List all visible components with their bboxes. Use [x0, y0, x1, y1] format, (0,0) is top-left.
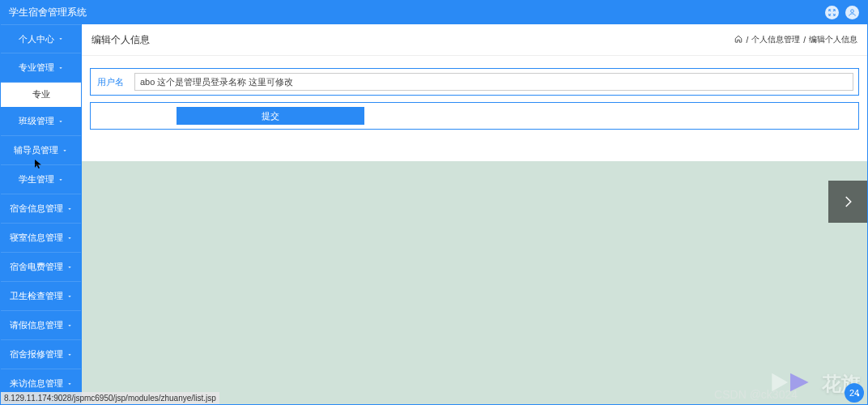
breadcrumb-sep: / — [746, 36, 748, 45]
page-title: 编辑个人信息 — [91, 33, 150, 47]
breadcrumb-section[interactable]: 个人信息管理 — [751, 34, 800, 45]
breadcrumb-current: 编辑个人信息 — [809, 34, 857, 45]
chevron-down-icon — [66, 352, 73, 358]
user-icon[interactable] — [845, 6, 859, 19]
header-actions — [825, 6, 859, 19]
sidebar-item-label: 辅导员管理 — [14, 144, 58, 156]
chevron-down-icon — [57, 36, 64, 42]
sidebar-item-label: 宿舍信息管理 — [10, 202, 63, 215]
sidebar-item-repair[interactable]: 宿舍报修管理 — [1, 340, 81, 369]
app-title: 学生宿舍管理系统 — [9, 6, 87, 19]
sidebar-item-counselor[interactable]: 辅导员管理 — [1, 136, 81, 165]
chevron-down-icon — [57, 118, 64, 125]
sidebar-item-hygiene[interactable]: 卫生检查管理 — [1, 282, 81, 311]
breadcrumb: / 个人信息管理 / 编辑个人信息 — [734, 34, 857, 45]
breadcrumb-sep: / — [803, 36, 806, 45]
chevron-down-icon — [66, 381, 73, 387]
sidebar-item-label: 来访信息管理 — [10, 377, 63, 390]
content-background — [82, 161, 867, 404]
app-header: 学生宿舍管理系统 — [1, 1, 867, 24]
chevron-down-icon — [66, 264, 73, 271]
watermark-sub: CSDN @ck3024 — [714, 388, 798, 401]
svg-point-0 — [851, 10, 854, 13]
sidebar-item-label: 卫生检查管理 — [10, 290, 63, 302]
sidebar-item-label: 专业 — [32, 88, 50, 100]
sidebar-item-class[interactable]: 班级管理 — [1, 107, 81, 136]
chevron-down-icon — [57, 177, 64, 183]
content-header: 编辑个人信息 / 个人信息管理 / 编辑个人信息 — [82, 24, 867, 56]
chevron-down-icon — [57, 65, 64, 71]
chevron-down-icon — [66, 235, 73, 241]
sidebar-item-label: 宿舍电费管理 — [10, 261, 63, 273]
gear-icon — [854, 391, 862, 401]
sidebar-item-label: 寝室信息管理 — [10, 232, 63, 244]
sidebar-item-label: 班级管理 — [19, 115, 54, 127]
sidebar-item-student[interactable]: 学生管理 — [1, 165, 81, 194]
sidebar-item-label: 请假信息管理 — [10, 319, 63, 331]
chevron-down-icon — [66, 206, 73, 212]
sidebar-item-label: 个人中心 — [19, 33, 54, 45]
form-row-username: 用户名 — [90, 68, 859, 96]
svg-point-1 — [857, 394, 860, 397]
form-row-submit: 提交 — [90, 102, 859, 130]
sidebar-item-electric[interactable]: 宿舍电费管理 — [1, 253, 81, 282]
home-icon[interactable] — [734, 35, 742, 45]
fullscreen-icon[interactable] — [825, 6, 839, 19]
sidebar-item-room-info[interactable]: 寝室信息管理 — [1, 224, 81, 253]
sidebar-item-personal[interactable]: 个人中心 — [1, 24, 81, 53]
sidebar-item-label: 学生管理 — [19, 173, 54, 185]
sidebar-item-label: 宿舍报修管理 — [10, 348, 63, 360]
sidebar-item-label: 专业管理 — [19, 62, 54, 74]
chevron-down-icon — [62, 147, 68, 154]
sidebar-item-dorm-info[interactable]: 宿舍信息管理 — [1, 194, 81, 224]
app-root: 学生宿舍管理系统 个人中心 专业管理 专业 — [0, 0, 868, 405]
status-bar-url: 8.129.11.174:9028/jspmc6950/jsp/modules/… — [1, 392, 219, 404]
form-area: 用户名 提交 — [82, 56, 867, 161]
submit-button[interactable]: 提交 — [177, 107, 364, 125]
username-label: 用户名 — [97, 76, 130, 88]
sidebar-item-major[interactable]: 专业管理 — [1, 53, 81, 83]
chevron-down-icon — [66, 293, 73, 300]
chevron-down-icon — [66, 322, 73, 329]
username-input[interactable] — [134, 73, 853, 91]
content-area: 编辑个人信息 / 个人信息管理 / 编辑个人信息 用户名 提交 — [82, 24, 867, 404]
sidebar-item-leave[interactable]: 请假信息管理 — [1, 311, 81, 340]
sidebar: 个人中心 专业管理 专业 班级管理 辅导员管理 学生管理 — [1, 24, 82, 404]
corner-badge[interactable]: 24 — [845, 383, 864, 403]
sidebar-item-major-sub[interactable]: 专业 — [1, 83, 81, 107]
next-slide-button[interactable] — [828, 181, 867, 223]
main-area: 个人中心 专业管理 专业 班级管理 辅导员管理 学生管理 — [1, 24, 867, 404]
